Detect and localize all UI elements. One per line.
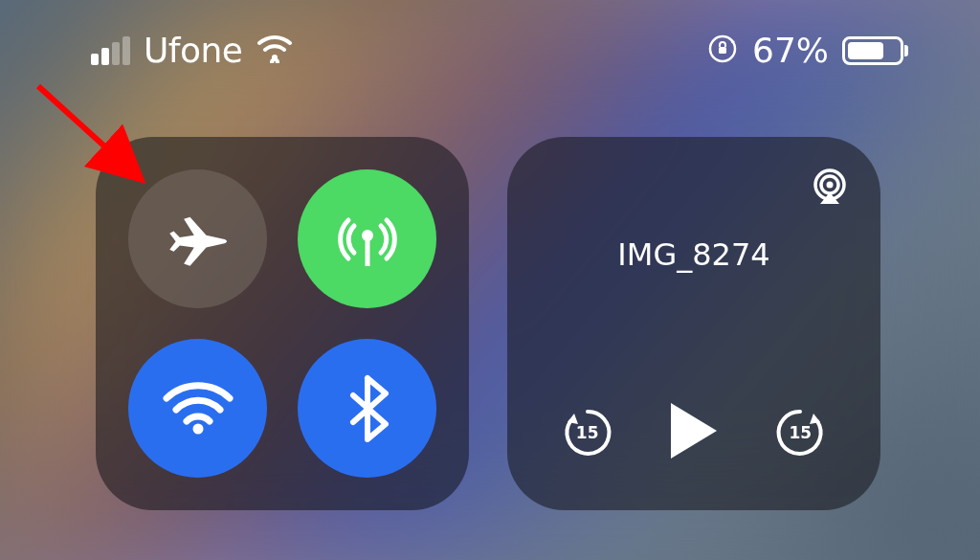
wifi-icon (161, 379, 235, 438)
cellular-data-button[interactable] (298, 169, 436, 308)
skip-back-15-button[interactable]: 15 (561, 406, 614, 459)
bluetooth-icon (345, 374, 390, 443)
orientation-lock-icon (706, 33, 739, 69)
svg-rect-2 (719, 47, 726, 54)
connectivity-panel[interactable] (96, 137, 469, 510)
airplay-button[interactable] (806, 164, 854, 215)
wifi-button[interactable] (128, 339, 267, 478)
airplane-mode-button[interactable] (128, 169, 267, 308)
airplane-icon (166, 207, 231, 272)
svg-point-8 (827, 182, 834, 189)
status-left: Ufone (91, 31, 293, 70)
svg-point-0 (272, 55, 278, 60)
skip-back-label: 15 (576, 423, 599, 442)
carrier-label: Ufone (144, 31, 243, 70)
battery-icon (842, 36, 903, 65)
airplay-icon (806, 164, 854, 212)
play-icon (667, 401, 721, 460)
bluetooth-button[interactable] (298, 339, 436, 478)
svg-point-5 (192, 423, 203, 434)
skip-forward-label: 15 (789, 423, 812, 442)
play-button[interactable] (667, 401, 721, 464)
battery-percent: 67% (752, 31, 829, 70)
media-title: IMG_8274 (617, 236, 769, 273)
wifi-status-icon (256, 34, 293, 67)
cellular-antenna-icon (329, 201, 406, 278)
svg-rect-4 (365, 239, 369, 266)
skip-forward-15-button[interactable]: 15 (773, 406, 827, 459)
status-right: 67% (706, 31, 903, 70)
status-bar: Ufone 67% (0, 0, 980, 70)
cellular-signal-icon (91, 36, 130, 65)
media-panel[interactable]: IMG_8274 15 15 (507, 137, 880, 510)
